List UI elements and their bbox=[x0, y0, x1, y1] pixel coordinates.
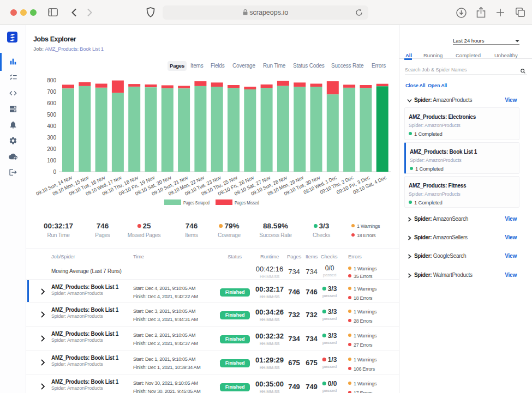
svg-text:200: 200 bbox=[47, 146, 56, 152]
svg-text:500: 500 bbox=[47, 112, 56, 118]
svg-text:600: 600 bbox=[47, 100, 56, 106]
svg-text:100: 100 bbox=[47, 158, 56, 164]
svg-text:700: 700 bbox=[47, 89, 56, 95]
svg-text:800: 800 bbox=[47, 77, 56, 83]
svg-text:400: 400 bbox=[47, 123, 56, 129]
svg-text:300: 300 bbox=[47, 135, 56, 141]
svg-text:0: 0 bbox=[53, 169, 56, 175]
svg-text:Pages Scraped: Pages Scraped bbox=[183, 199, 210, 205]
svg-text:Pages Missed: Pages Missed bbox=[235, 199, 259, 205]
